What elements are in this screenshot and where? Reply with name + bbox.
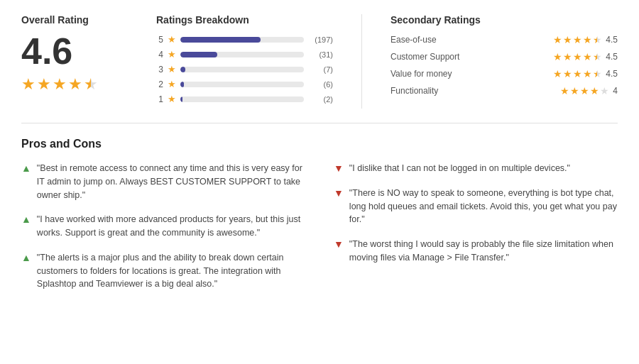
sec-score-value: 4.5	[606, 69, 618, 79]
bar-star-4: ★	[168, 49, 176, 60]
secondary-stars-value: ★ ★ ★ ★ ★ 4.5	[553, 68, 618, 79]
pro-text-3: "The alerts is a major plus and the abil…	[37, 251, 305, 291]
bar-row-3: 3 ★ (7)	[156, 64, 333, 75]
down-arrow-icon-1: ▼	[334, 162, 344, 174]
pro-item-1: ▲ "Best in remote access to connect any …	[21, 162, 305, 202]
con-item-2: ▼ "There is NO way to speak to someone, …	[334, 187, 618, 226]
secondary-row-ease: Ease-of-use ★ ★ ★ ★ ★ 4.5	[390, 34, 618, 45]
bar-star-2: ★	[168, 79, 176, 89]
bar-count-2: (6)	[308, 80, 333, 89]
sec-stars-ease: ★ ★ ★ ★ ★	[553, 34, 602, 45]
pro-item-2: ▲ "I have worked with more advanced prod…	[21, 213, 305, 240]
pro-text-2: "I have worked with more advanced produc…	[37, 213, 305, 240]
up-arrow-icon-2: ▲	[21, 214, 31, 225]
secondary-row-value: Value for money ★ ★ ★ ★ ★ 4.5	[390, 68, 618, 79]
overall-score: 4.6	[21, 33, 135, 70]
overall-star-row: ★ ★ ★ ★ ★	[21, 75, 135, 94]
bar-star-1: ★	[168, 94, 176, 104]
bar-count-4: (31)	[308, 50, 333, 59]
bar-count-1: (2)	[308, 95, 333, 104]
bar-track-4	[180, 52, 304, 57]
sec-score-ease: 4.5	[606, 35, 618, 45]
down-arrow-icon-3: ▼	[334, 238, 344, 250]
bar-row-5: 5 ★ (197)	[156, 34, 333, 45]
secondary-stars-func: ★ ★ ★ ★ ★ 4	[560, 85, 618, 96]
secondary-label-ease: Ease-of-use	[390, 35, 553, 45]
bar-row-1: 1 ★ (2)	[156, 94, 333, 104]
secondary-stars-support: ★ ★ ★ ★ ★ 4.5	[553, 51, 618, 62]
cons-column: ▼ "I dislike that I can not be logged in…	[334, 162, 618, 302]
bar-count-3: (7)	[308, 65, 333, 74]
sec-score-support: 4.5	[606, 52, 618, 62]
bar-star-5: ★	[168, 34, 176, 45]
sec-stars-support: ★ ★ ★ ★ ★	[553, 51, 602, 62]
pros-cons-title: Pros and Cons	[21, 138, 618, 150]
pro-text-1: "Best in remote access to connect any ti…	[37, 162, 305, 202]
bar-label-4: 4	[156, 50, 163, 60]
breakdown-title: Ratings Breakdown	[156, 14, 333, 26]
bar-fill-3	[180, 67, 185, 72]
bar-track-5	[180, 37, 304, 43]
sec-stars-value: ★ ★ ★ ★ ★	[553, 68, 602, 79]
bar-label-2: 2	[156, 79, 163, 89]
star-1: ★	[21, 75, 36, 94]
secondary-row-support: Customer Support ★ ★ ★ ★ ★ 4.5	[390, 51, 618, 62]
overall-rating: Overall Rating 4.6 ★ ★ ★ ★ ★	[21, 14, 156, 109]
con-text-2: "There is NO way to speak to someone, ev…	[349, 187, 618, 226]
sec-stars-func: ★ ★ ★ ★ ★	[560, 85, 609, 96]
bar-label-5: 5	[156, 35, 163, 45]
bar-fill-2	[180, 82, 184, 87]
secondary-ratings: Secondary Ratings Ease-of-use ★ ★ ★ ★ ★ …	[362, 14, 618, 109]
bar-count-5: (197)	[308, 35, 333, 44]
pros-column: ▲ "Best in remote access to connect any …	[21, 162, 305, 302]
bar-star-3: ★	[168, 64, 176, 75]
bar-fill-1	[180, 96, 182, 102]
bar-label-1: 1	[156, 94, 163, 104]
star-5-half: ★	[84, 75, 98, 94]
con-item-3: ▼ "The worst thing I would say is probab…	[334, 238, 618, 265]
bar-track-2	[180, 82, 304, 87]
secondary-ratings-title: Secondary Ratings	[390, 14, 618, 26]
main-container: Overall Rating 4.6 ★ ★ ★ ★ ★ Ratings Bre…	[0, 0, 639, 316]
pros-cons-section: Pros and Cons ▲ "Best in remote access t…	[21, 123, 618, 302]
ratings-breakdown: Ratings Breakdown 5 ★ (197) 4 ★ (31) 3 ★	[156, 14, 362, 109]
secondary-row-func: Functionality ★ ★ ★ ★ ★ 4	[390, 85, 618, 96]
secondary-stars-ease: ★ ★ ★ ★ ★ 4.5	[553, 34, 618, 45]
sec-score-func: 4	[613, 86, 618, 96]
down-arrow-icon-2: ▼	[334, 187, 344, 199]
bar-row-4: 4 ★ (31)	[156, 49, 333, 60]
up-arrow-icon-1: ▲	[21, 162, 31, 174]
secondary-label-value: Value for money	[390, 69, 553, 79]
pro-item-3: ▲ "The alerts is a major plus and the ab…	[21, 251, 305, 291]
con-text-1: "I dislike that I can not be logged in o…	[349, 162, 570, 175]
ratings-section: Overall Rating 4.6 ★ ★ ★ ★ ★ Ratings Bre…	[21, 14, 618, 123]
bar-track-3	[180, 67, 304, 72]
pros-cons-grid: ▲ "Best in remote access to connect any …	[21, 162, 618, 302]
up-arrow-icon-3: ▲	[21, 252, 31, 263]
con-item-1: ▼ "I dislike that I can not be logged in…	[334, 162, 618, 175]
bar-fill-4	[180, 52, 217, 57]
bar-row-2: 2 ★ (6)	[156, 79, 333, 89]
star-3: ★	[53, 75, 67, 94]
overall-rating-title: Overall Rating	[21, 14, 135, 26]
bar-track-1	[180, 96, 304, 102]
star-2: ★	[37, 75, 51, 94]
con-text-3: "The worst thing I would say is probably…	[349, 238, 618, 265]
star-4: ★	[68, 75, 82, 94]
secondary-label-func: Functionality	[390, 86, 560, 96]
bar-fill-5	[180, 37, 261, 43]
secondary-label-support: Customer Support	[390, 52, 553, 62]
bar-label-3: 3	[156, 65, 163, 75]
